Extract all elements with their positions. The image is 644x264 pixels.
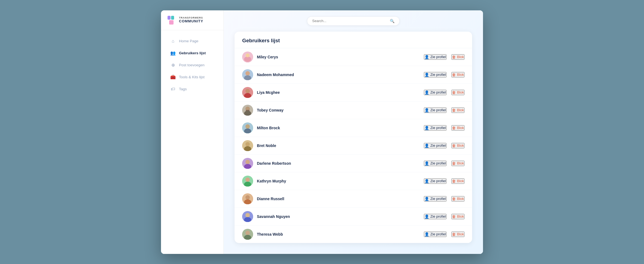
blok-button[interactable]: 🗑 Blok xyxy=(451,143,464,148)
user-name: Kathryn Murphy xyxy=(257,179,424,183)
zie-profiel-button[interactable]: 👤 Zie profiel xyxy=(424,54,446,60)
blok-label: Blok xyxy=(457,214,464,218)
svg-rect-0 xyxy=(168,16,171,20)
user-list: Miley Cerys 👤 Zie profiel 🗑 Blok Nadeem … xyxy=(235,48,472,243)
avatar xyxy=(242,87,253,98)
avatar xyxy=(242,193,253,204)
browser-window: TRANSFORMERS COMMUNITY ⌂ Home Page 👥 Geb… xyxy=(161,10,483,254)
blok-button[interactable]: 🗑 Blok xyxy=(451,125,464,131)
sidebar-item-post[interactable]: ⊕ Post toevoegen xyxy=(164,60,221,71)
main-content: 🔍 Gebruikers lijst Miley Cerys 👤 Zie pro… xyxy=(224,10,483,254)
avatar xyxy=(242,211,253,222)
search-input[interactable] xyxy=(312,19,388,23)
svg-rect-2 xyxy=(169,20,174,25)
table-row: Theresa Webb 👤 Zie profiel 🗑 Blok xyxy=(235,226,472,243)
sidebar-label-post: Post toevoegen xyxy=(179,63,205,67)
blok-label: Blok xyxy=(457,90,464,94)
blok-button[interactable]: 🗑 Blok xyxy=(451,107,464,113)
zie-profiel-button[interactable]: 👤 Zie profiel xyxy=(424,161,446,166)
sidebar-label-gebruikers: Gebruikers lijst xyxy=(179,51,206,55)
sidebar-item-gebruikers[interactable]: 👥 Gebruikers lijst xyxy=(164,48,221,59)
user-actions: 👤 Zie profiel 🗑 Blok xyxy=(424,161,464,166)
zie-profiel-label: Zie profiel xyxy=(430,126,446,130)
user-name: Darlene Robertson xyxy=(257,161,424,166)
profile-icon: 👤 xyxy=(424,126,429,130)
blok-label: Blok xyxy=(457,161,464,165)
zie-profiel-label: Zie profiel xyxy=(430,55,446,59)
blok-button[interactable]: 🗑 Blok xyxy=(451,54,464,60)
zie-profiel-label: Zie profiel xyxy=(430,73,446,77)
zie-profiel-button[interactable]: 👤 Zie profiel xyxy=(424,178,446,184)
blok-button[interactable]: 🗑 Blok xyxy=(451,178,464,184)
svg-point-18 xyxy=(245,124,250,129)
svg-point-33 xyxy=(245,213,250,217)
zie-profiel-label: Zie profiel xyxy=(430,90,446,94)
user-name: Tobey Conway xyxy=(257,108,424,112)
sidebar-item-tools[interactable]: 🧰 Tools & Kits lijst xyxy=(164,72,221,83)
profile-icon: 👤 xyxy=(424,55,429,59)
avatar xyxy=(242,158,253,169)
avatar xyxy=(242,229,253,240)
avatar xyxy=(242,105,253,116)
zie-profiel-button[interactable]: 👤 Zie profiel xyxy=(424,107,446,113)
block-icon: 🗑 xyxy=(452,214,456,219)
block-icon: 🗑 xyxy=(452,197,456,201)
zie-profiel-button[interactable]: 👤 Zie profiel xyxy=(424,232,446,237)
zie-profiel-button[interactable]: 👤 Zie profiel xyxy=(424,196,446,202)
block-icon: 🗑 xyxy=(452,232,456,236)
user-name: Miley Cerys xyxy=(257,55,424,59)
panel-title: Gebruikers lijst xyxy=(242,38,464,44)
svg-rect-1 xyxy=(171,16,174,20)
user-actions: 👤 Zie profiel 🗑 Blok xyxy=(424,196,464,202)
blok-button[interactable]: 🗑 Blok xyxy=(451,214,464,219)
svg-point-36 xyxy=(245,231,250,235)
users-panel: Gebruikers lijst Miley Cerys 👤 Zie profi… xyxy=(235,32,472,243)
profile-icon: 👤 xyxy=(424,214,429,219)
blok-label: Blok xyxy=(457,143,464,148)
sidebar-label-tools: Tools & Kits lijst xyxy=(179,75,205,79)
zie-profiel-button[interactable]: 👤 Zie profiel xyxy=(424,214,446,219)
avatar xyxy=(242,176,253,187)
zie-profiel-button[interactable]: 👤 Zie profiel xyxy=(424,72,446,77)
profile-icon: 👤 xyxy=(424,108,429,112)
user-actions: 👤 Zie profiel 🗑 Blok xyxy=(424,72,464,77)
blok-label: Blok xyxy=(457,126,464,130)
blok-button[interactable]: 🗑 Blok xyxy=(451,196,464,202)
user-name: Milton Brock xyxy=(257,126,424,130)
zie-profiel-label: Zie profiel xyxy=(430,143,446,148)
zie-profiel-label: Zie profiel xyxy=(430,197,446,201)
block-icon: 🗑 xyxy=(452,161,456,166)
sidebar-item-tags[interactable]: 🏷 Tags xyxy=(164,84,221,95)
tags-icon: 🏷 xyxy=(170,86,176,92)
avatar xyxy=(242,52,253,62)
svg-point-21 xyxy=(245,142,250,146)
profile-icon: 👤 xyxy=(424,143,429,148)
avatar xyxy=(242,122,253,133)
sidebar-nav: ⌂ Home Page 👥 Gebruikers lijst ⊕ Post to… xyxy=(161,30,223,100)
zie-profiel-button[interactable]: 👤 Zie profiel xyxy=(424,90,446,95)
zie-profiel-button[interactable]: 👤 Zie profiel xyxy=(424,125,446,131)
profile-icon: 👤 xyxy=(424,232,429,236)
user-name: Dianne Russell xyxy=(257,197,424,201)
profile-icon: 👤 xyxy=(424,179,429,183)
sidebar-item-home[interactable]: ⌂ Home Page xyxy=(164,36,221,47)
svg-point-6 xyxy=(246,53,250,57)
user-name: Nadeem Mohammed xyxy=(257,73,424,77)
table-row: Liya Mcghee 👤 Zie profiel 🗑 Blok xyxy=(235,84,472,101)
user-name: Bret Noble xyxy=(257,143,424,148)
search-bar[interactable]: 🔍 xyxy=(307,16,400,26)
profile-icon: 👤 xyxy=(424,161,429,166)
svg-point-30 xyxy=(245,195,250,200)
table-row: Tobey Conway 👤 Zie profiel 🗑 Blok xyxy=(235,101,472,119)
profile-icon: 👤 xyxy=(424,90,429,95)
blok-button[interactable]: 🗑 Blok xyxy=(451,90,464,95)
blok-button[interactable]: 🗑 Blok xyxy=(451,72,464,77)
blok-button[interactable]: 🗑 Blok xyxy=(451,232,464,237)
search-icon: 🔍 xyxy=(390,19,394,23)
blok-label: Blok xyxy=(457,55,464,59)
zie-profiel-button[interactable]: 👤 Zie profiel xyxy=(424,143,446,148)
blok-label: Blok xyxy=(457,108,464,112)
post-icon: ⊕ xyxy=(170,62,176,68)
blok-button[interactable]: 🗑 Blok xyxy=(451,161,464,166)
user-name: Theresa Webb xyxy=(257,232,424,236)
